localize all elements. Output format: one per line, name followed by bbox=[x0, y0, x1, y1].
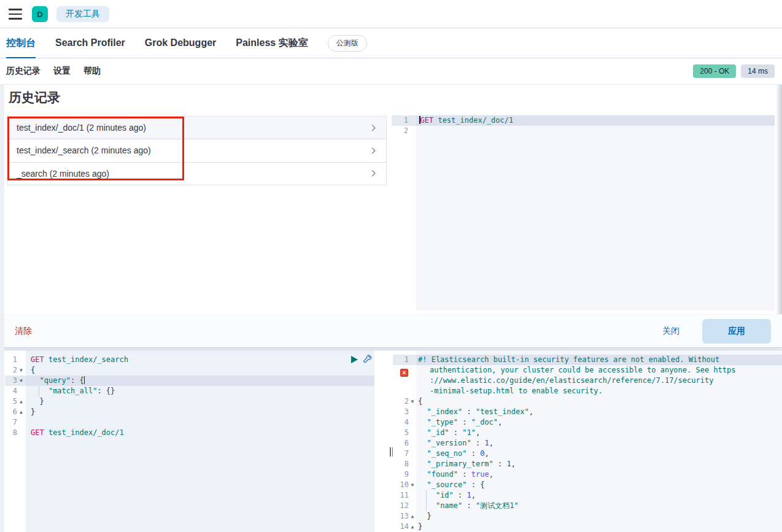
line-number: 6 bbox=[5, 407, 17, 417]
fold-toggle-icon[interactable]: ▼ bbox=[409, 396, 416, 407]
error-icon: × bbox=[400, 369, 408, 377]
menu-item-settings[interactable]: 设置 bbox=[53, 66, 71, 77]
apply-button[interactable]: 应用 bbox=[702, 319, 771, 344]
beta-badge: 公测版 bbox=[328, 35, 367, 52]
fold-spacer bbox=[17, 386, 25, 396]
code-line: 1GET test_index/_doc/1 bbox=[392, 115, 775, 126]
fold-toggle-icon[interactable]: ▲ bbox=[17, 407, 25, 417]
fold-spacer bbox=[408, 126, 416, 136]
chevron-right-icon bbox=[370, 169, 377, 177]
history-panel-title: 历史记录 bbox=[9, 89, 60, 106]
code-line: 3▼ "query": { bbox=[5, 376, 374, 386]
fold-spacer bbox=[17, 417, 25, 428]
code-line: 6▲} bbox=[5, 407, 374, 417]
history-item[interactable]: test_index/_doc/1 (2 minutes ago) bbox=[8, 117, 386, 139]
code-line: 7 "_seq_no" : 0, bbox=[393, 449, 782, 459]
line-number: 13 bbox=[393, 511, 409, 522]
code-line: 12 "name" : "测试文档1" bbox=[393, 501, 782, 511]
fold-spacer bbox=[409, 376, 416, 386]
code-line: 2 bbox=[392, 126, 775, 136]
response-viewer[interactable]: × 1#! Elasticsearch built-in security fe… bbox=[393, 350, 782, 532]
history-item[interactable]: _search (2 minutes ago) bbox=[8, 163, 386, 185]
response-time-badge: 14 ms bbox=[741, 64, 775, 78]
fold-toggle-icon[interactable]: ▼ bbox=[409, 480, 416, 490]
console-menu-bar: 历史记录 设置 帮助 200 - OK 14 ms bbox=[0, 58, 782, 84]
code-line: 14▲} bbox=[393, 522, 782, 532]
code-line: 6 "_version" : 1, bbox=[393, 438, 782, 449]
fold-spacer bbox=[409, 459, 416, 469]
chevron-right-icon bbox=[370, 124, 377, 132]
code-line: 2▼{ bbox=[393, 396, 782, 407]
menu-hamburger-icon[interactable] bbox=[9, 9, 22, 20]
menu-item-help[interactable]: 帮助 bbox=[83, 66, 101, 77]
flyout-right-shadow bbox=[776, 85, 782, 347]
space-avatar[interactable]: D bbox=[32, 6, 48, 22]
chevron-right-icon bbox=[370, 147, 377, 155]
tab-painless-lab[interactable]: Painless 实验室 bbox=[236, 28, 308, 58]
console-input-editor[interactable]: 1GET test_index/_search2▼{3▼ "query": {4… bbox=[5, 350, 374, 532]
fold-spacer bbox=[17, 355, 25, 365]
wrench-icon[interactable] bbox=[363, 355, 373, 364]
dev-tools-tabs: 控制台 Search Profiler Grok Debugger Painle… bbox=[0, 28, 782, 58]
history-preview-editor[interactable]: 1GET test_index/_doc/12 bbox=[392, 115, 775, 310]
fold-toggle-icon[interactable]: ▼ bbox=[17, 376, 25, 386]
dev-tools-page: D 开发工具 控制台 Search Profiler Grok Debugger… bbox=[0, 0, 782, 532]
fold-toggle-icon[interactable]: ▲ bbox=[17, 396, 25, 407]
tab-console[interactable]: 控制台 bbox=[6, 28, 36, 58]
history-flyout: 历史记录 test_index/_doc/1 (2 minutes ago)te… bbox=[0, 84, 782, 348]
code-line: 1GET test_index/_search bbox=[5, 355, 374, 365]
history-item-label: test_index/_search (2 minutes ago) bbox=[17, 145, 151, 155]
line-number: 5 bbox=[5, 396, 17, 407]
line-number: 12 bbox=[393, 501, 409, 511]
code-line: 7 bbox=[5, 417, 374, 428]
menu-item-history[interactable]: 历史记录 bbox=[6, 66, 41, 77]
fold-spacer bbox=[408, 115, 416, 126]
code-line: 4 "_type" : "_doc", bbox=[393, 417, 782, 428]
line-number: 11 bbox=[393, 490, 409, 501]
line-number: 1 bbox=[393, 355, 409, 365]
clear-history-button[interactable]: 清除 bbox=[15, 326, 32, 337]
line-number: 8 bbox=[5, 428, 17, 438]
code-line: 8GET test_index/_doc/1 bbox=[5, 428, 374, 438]
line-number: 1 bbox=[392, 115, 408, 126]
history-item-label: _search (2 minutes ago) bbox=[17, 169, 109, 179]
tab-search-profiler[interactable]: Search Profiler bbox=[55, 28, 125, 58]
status-badge: 200 - OK bbox=[693, 64, 736, 78]
close-button[interactable]: 关闭 bbox=[662, 326, 679, 337]
request-actions bbox=[351, 355, 373, 364]
code-line: 9 "found" : true, bbox=[393, 469, 782, 480]
tab-grok-debugger[interactable]: Grok Debugger bbox=[145, 28, 216, 58]
fold-spacer bbox=[409, 407, 416, 417]
fold-spacer bbox=[409, 449, 416, 459]
breadcrumb[interactable]: 开发工具 bbox=[56, 6, 109, 22]
code-line: 8 "_primary_term" : 1, bbox=[393, 459, 782, 469]
code-line: ://www.elastic.co/guide/en/elasticsearch… bbox=[393, 376, 782, 386]
fold-spacer bbox=[409, 417, 416, 428]
fold-spacer bbox=[409, 365, 416, 376]
fold-toggle-icon[interactable]: ▲ bbox=[409, 522, 416, 532]
fold-spacer bbox=[409, 490, 416, 501]
code-line: 5 "_id" : "1", bbox=[393, 428, 782, 438]
line-number: 2 bbox=[393, 396, 409, 407]
send-request-icon[interactable] bbox=[351, 356, 358, 363]
code-line: 13▲ } bbox=[393, 511, 782, 522]
fold-toggle-icon[interactable]: ▲ bbox=[409, 511, 416, 522]
fold-spacer bbox=[17, 428, 25, 438]
history-flyout-footer: 清除 关闭 应用 bbox=[0, 314, 782, 347]
line-number: 6 bbox=[393, 438, 409, 449]
fold-spacer bbox=[409, 386, 416, 396]
code-line: authentication, your cluster could be ac… bbox=[393, 365, 782, 376]
line-number: 10 bbox=[393, 480, 409, 490]
code-line: 1#! Elasticsearch built-in security feat… bbox=[393, 355, 782, 365]
fold-toggle-icon[interactable]: ▼ bbox=[17, 365, 25, 376]
fold-spacer bbox=[409, 438, 416, 449]
fold-spacer bbox=[409, 469, 416, 480]
line-number: 5 bbox=[393, 428, 409, 438]
history-item[interactable]: test_index/_search (2 minutes ago) bbox=[8, 139, 386, 162]
line-number: 14 bbox=[393, 522, 409, 532]
code-line: 10▼ "_source" : { bbox=[393, 480, 782, 490]
line-number: 7 bbox=[5, 417, 17, 428]
response-badges: 200 - OK 14 ms bbox=[693, 64, 775, 78]
code-line: 5▲ } bbox=[5, 396, 374, 407]
line-number bbox=[393, 386, 409, 396]
